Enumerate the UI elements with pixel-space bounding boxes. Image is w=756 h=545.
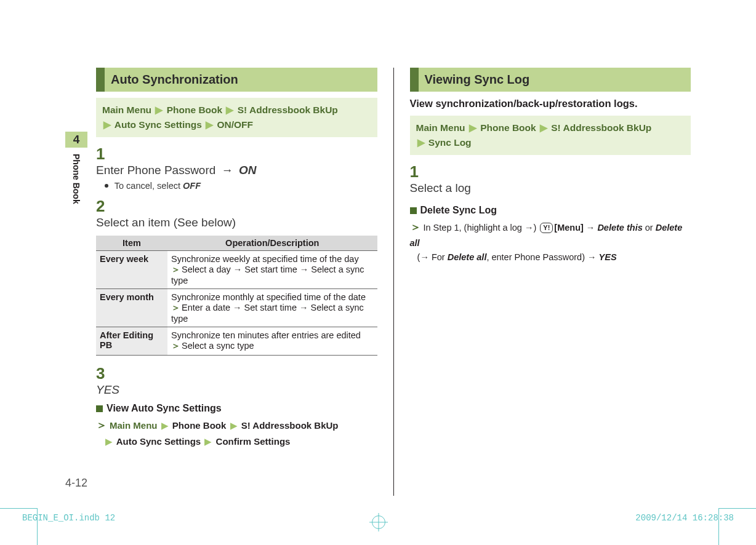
step-text: Enter Phone Password [96,164,219,177]
step-text: Select a log [410,181,471,194]
table-header-desc: Operation/Description [167,236,377,251]
crop-mark [0,508,37,509]
table-cell-item: Every month [96,289,167,327]
step-3: 3 YES [96,364,377,397]
chevron-icon: ＞ [171,265,180,274]
footer-timestamp: 2009/12/14 16:28:38 [635,513,734,523]
nav-seg: S! Addressbook BkUp [238,105,338,115]
triangle-icon: ▶ [469,121,477,135]
triangle-icon: ▶ [105,434,113,449]
chevron-icon: ＞ [171,341,180,351]
step-sub-action: OFF [183,181,201,191]
chapter-tab: 4 Phone Book [65,132,87,218]
step-text: Select an item (See below) [96,216,236,229]
step-1-right: 1 Select a log [410,162,691,195]
triangle-icon: ▶ [204,434,212,449]
step-number: 2 [96,197,112,216]
triangle-icon: ▶ [161,418,169,433]
table-cell-desc: Synchronize weekly at specified time of … [167,251,377,289]
sync-options-table: Item Operation/Description Every week Sy… [96,236,377,356]
step-number: 1 [96,145,112,164]
chevron-icon: ＞ [171,303,180,312]
triangle-icon: ▶ [230,418,238,433]
step-text: YES [96,383,119,396]
table-cell-item: Every week [96,251,167,289]
heading-auto-sync: Auto Synchronization [96,68,377,92]
nav-seg: Main Menu [102,105,151,115]
chevron-icon: ＞ [96,419,107,431]
triangle-icon: ▶ [417,135,425,150]
table-cell-desc: Synchronize ten minutes after entries ar… [167,327,377,356]
step-number: 1 [410,162,426,181]
step-sub-text: To cancel, select [115,181,183,191]
step-number: 3 [96,364,112,383]
delete-log-instructions: ＞In Step 1, (highlight a log →) Y![Menu]… [410,218,691,265]
nav-seg: S! Addressbook BkUp [551,122,651,133]
nav-seg: ON/OFF [217,119,253,130]
nav-seg: Main Menu [416,122,465,133]
table-header-item: Item [96,236,167,251]
crop-mark [719,508,756,509]
nav-seg: Auto Sync Settings [115,119,202,130]
triangle-icon: ▶ [540,121,547,135]
chapter-number: 4 [65,132,87,148]
nav-path-auto-sync: Main Menu ▶ Phone Book ▶ S! Addressbook … [96,98,377,137]
table-row: Every week Synchronize weekly at specifi… [96,251,377,289]
footer-filename: BEGIN_E_OI.indb 12 [22,513,115,523]
table-row: After Editing PB Synchronize ten minutes… [96,327,377,356]
subheading-view-settings: View Auto Sync Settings [96,403,377,414]
chevron-icon: ＞ [410,221,421,233]
softkey-icon: Y! [540,223,553,233]
subheading-delete-log: Delete Sync Log [410,205,691,216]
bullet-icon [105,184,108,188]
step-2: 2 Select an item (See below) [96,197,377,229]
table-cell-item: After Editing PB [96,327,167,356]
chapter-name: Phone Book [65,148,87,210]
table-cell-desc: Synchronize monthly at specified time of… [167,289,377,327]
triangle-icon: ▶ [103,117,111,132]
lead-text: View synchronization/back-up/restoration… [410,98,691,109]
triangle-icon: ▶ [226,103,233,117]
step-1: 1 Enter Phone Password → ON To cancel, s… [96,145,377,191]
step-action: ON [239,164,257,177]
right-column: Viewing Sync Log View synchronization/ba… [410,68,691,496]
left-column: Auto Synchronization Main Menu ▶ Phone B… [96,68,377,496]
table-row: Every month Synchronize monthly at speci… [96,289,377,327]
triangle-icon: ▶ [206,117,213,132]
registration-mark [372,515,385,529]
nav-path-view-settings: ＞Main Menu ▶ Phone Book ▶ S! Addressbook… [96,416,377,449]
square-icon [410,207,417,214]
triangle-icon: ▶ [155,103,163,117]
nav-seg: Phone Book [480,122,536,133]
nav-seg: Phone Book [167,105,222,115]
arrow-icon: → [222,164,233,177]
square-icon [96,405,103,412]
page-number: 4-12 [65,477,87,490]
nav-path-sync-log: Main Menu ▶ Phone Book ▶ S! Addressbook … [410,116,691,155]
column-divider [393,68,394,496]
heading-sync-log: Viewing Sync Log [410,68,691,92]
nav-seg: Sync Log [428,137,472,148]
